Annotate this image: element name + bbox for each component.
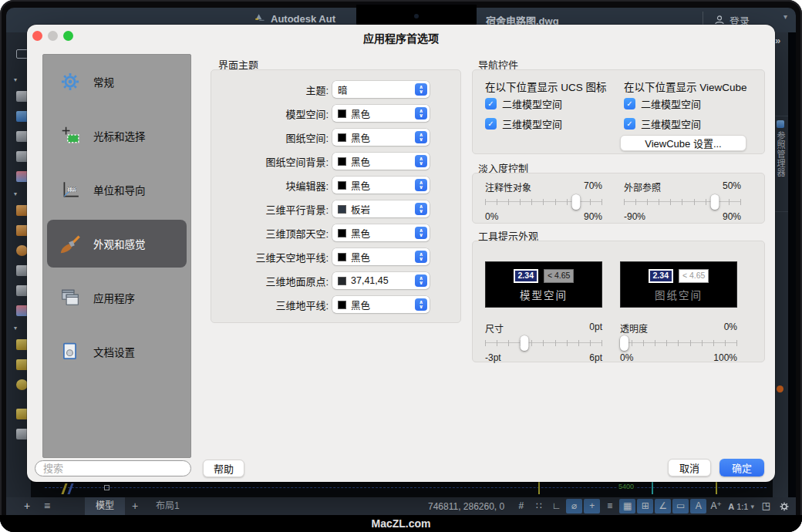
group-caret-icon[interactable]: ▾ [14, 325, 17, 332]
lineweight-icon[interactable]: ≡ [602, 499, 618, 513]
stepper-icon: ∧∨ [415, 227, 427, 239]
selection-cycling-icon[interactable]: ⊞ [637, 499, 653, 513]
settings-gear-icon[interactable] [776, 499, 792, 513]
workspace-switch-icon[interactable]: ◳ [758, 499, 774, 513]
statusbar-toggles: 746811, 286260, 0 # ∷ ∟ ⌀ + ≡ ▦ ⊞ ∠ ▭ A … [428, 497, 792, 515]
autocad-app-icon [254, 13, 266, 25]
color-swatch [338, 229, 346, 237]
theme-select[interactable]: 黑色 ∧∨ [332, 296, 430, 313]
theme-select[interactable]: 板岩 ∧∨ [332, 200, 430, 217]
layout-list-icon[interactable]: ≡ [37, 497, 57, 515]
group-caret-icon[interactable]: ▾ [14, 77, 17, 83]
stepper-icon: ∧∨ [415, 107, 427, 120]
search-input[interactable] [43, 461, 183, 476]
theme-select[interactable]: 黑色 ∧∨ [332, 248, 430, 265]
tooltip-group: 2.34 < 4.65 模型空间 2.34 < 4.65 图纸空间 尺寸0pt … [472, 241, 765, 362]
annotation-visibility-icon[interactable]: A [690, 499, 706, 513]
annotation-autoscale-icon[interactable]: A⁺ [708, 499, 724, 513]
screen-bezel: Autodesk Aut 宿舍电路图.dwg 登录 ▾ ▾ ▾ ▾ [0, 0, 802, 532]
color-swatch [338, 253, 346, 261]
theme-select[interactable]: 黑色 ∧∨ [332, 153, 430, 170]
theme-row: 三维地面原点: 37,41,45 ∧∨ [211, 272, 460, 289]
sidebar-item-document-settings[interactable]: 文档设置 [43, 325, 190, 379]
new-layout-button[interactable]: + [17, 497, 37, 515]
slider-value: 0% [724, 322, 737, 332]
overflow-chevron-icon[interactable]: » [775, 35, 780, 46]
drawing-line-cyan [652, 482, 653, 494]
color-swatch [338, 109, 346, 118]
annotative-fade-slider[interactable] [485, 194, 602, 210]
color-swatch [338, 277, 346, 285]
angle-icon[interactable]: ∠ [655, 499, 671, 513]
tooltip-transparency-slider[interactable] [620, 335, 737, 352]
theme-select[interactable]: 37,41,45 ∧∨ [332, 272, 430, 289]
tooltip-badge: < 4.65 [544, 269, 575, 283]
group-caret-icon[interactable]: ▾ [14, 191, 17, 197]
theme-select[interactable]: 黑色 ∧∨ [332, 177, 430, 194]
slider-value: 50% [723, 180, 741, 191]
theme-select[interactable]: 黑色 ∧∨ [332, 129, 430, 146]
add-layout-button[interactable]: + [125, 497, 145, 515]
viewcube-settings-button[interactable]: ViewCube 设置... [620, 135, 746, 151]
annotation-scale-value: 1:1 [736, 502, 748, 511]
theme-select[interactable]: 黑色 ∧∨ [332, 224, 430, 241]
slider-thumb[interactable] [620, 335, 628, 351]
watermark: MacZL.com [371, 517, 430, 530]
stepper-icon: ∧∨ [415, 251, 427, 263]
slider-thumb[interactable] [572, 194, 581, 210]
tooltip-badge: 2.34 [649, 269, 673, 283]
rectangle-icon[interactable]: ▭ [672, 499, 689, 513]
tool-icon[interactable] [16, 245, 28, 256]
theme-select[interactable]: 黑色 ∧∨ [332, 105, 430, 122]
ortho-icon[interactable]: ∟ [548, 499, 564, 513]
polar-tracking-icon[interactable]: ⌀ [566, 499, 582, 513]
color-swatch [338, 133, 346, 142]
slider-thumb[interactable] [711, 194, 719, 210]
orange-marker-icon[interactable] [777, 386, 783, 392]
footer-bar: MacZL.com [0, 515, 802, 532]
slider-value: 70% [584, 180, 602, 191]
xref-fade-slider[interactable] [624, 194, 741, 210]
theme-select[interactable]: 暗 ∧∨ [332, 81, 430, 98]
titlebar-caret-icon[interactable]: ▾ [783, 12, 787, 21]
color-swatch [338, 181, 346, 190]
sidebar-item-look-and-feel[interactable]: 外观和感觉 [47, 220, 187, 268]
hatch-icon[interactable]: ▦ [619, 499, 635, 513]
tool-icon[interactable] [16, 379, 28, 390]
ok-button[interactable]: 确定 [719, 459, 764, 476]
stepper-icon: ∧∨ [415, 179, 427, 191]
drawing-line-yellow [716, 482, 717, 494]
sidebar-item-units-guides[interactable]: 1.00 单位和导向 [43, 163, 190, 217]
stepper-icon: ∧∨ [415, 274, 427, 287]
cancel-button[interactable]: 取消 [668, 459, 711, 476]
checkbox-icon: ✓ [485, 98, 497, 109]
viewcube-3d-checkbox[interactable]: ✓ 三维模型空间 [624, 116, 701, 131]
preferences-dialog: 应用程序首选项 常规 光标和选择 1.00 单位和导向 [27, 25, 775, 482]
search-field [35, 460, 191, 476]
grid-icon[interactable]: # [513, 499, 529, 513]
tooltip-size-slider[interactable] [485, 335, 602, 352]
ucs-3d-checkbox[interactable]: ✓ 三维模型空间 [485, 116, 562, 131]
viewcube-2d-checkbox[interactable]: ✓ 二维模型空间 [624, 96, 701, 111]
layout-tabs: + ≡ 模型 + 布局1 [17, 497, 190, 515]
crosshair-selection-icon [59, 126, 82, 146]
sidebar-item-cursor-selection[interactable]: 光标和选择 [43, 109, 190, 163]
tab-model[interactable]: 模型 [85, 497, 125, 515]
tab-layout1[interactable]: 布局1 [145, 497, 190, 515]
axis-ruler-icon: 1.00 [59, 180, 82, 200]
stepper-icon: ∧∨ [415, 203, 427, 215]
snap-icon[interactable]: ∷ [531, 499, 547, 513]
annotation-scale-control[interactable]: A 1:1 ▾ [726, 502, 757, 511]
drawing-area-sliver: 5400 [31, 482, 773, 497]
xref-manager-tab[interactable]: 参照管理器 [773, 116, 788, 212]
slider-thumb[interactable] [520, 335, 528, 351]
camera-icon [414, 14, 419, 19]
sidebar-item-application[interactable]: 应用程序 [43, 271, 190, 325]
theme-row: 块编辑器: 黑色 ∧∨ [211, 177, 460, 194]
annotative-fade-slider-block: 注释性对象70% 0%90% [485, 180, 602, 222]
help-button[interactable]: 帮助 [203, 460, 244, 477]
stepper-icon: ∧∨ [415, 83, 427, 96]
object-snap-icon[interactable]: + [584, 499, 600, 513]
ucs-2d-checkbox[interactable]: ✓ 二维模型空间 [485, 96, 562, 111]
sidebar-item-general[interactable]: 常规 [43, 55, 190, 109]
